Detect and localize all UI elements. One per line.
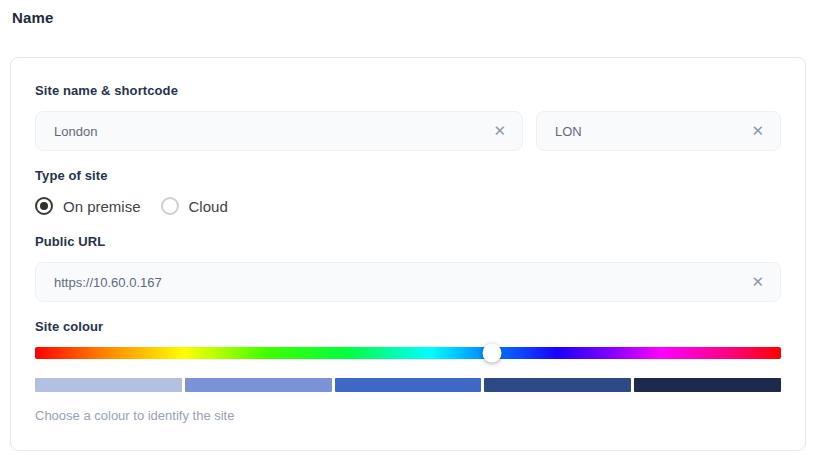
page-title: Name (12, 9, 54, 26)
clear-shortcode-icon[interactable]: ✕ (745, 124, 780, 139)
type-of-site-options: On premise Cloud (35, 196, 781, 216)
hue-slider-thumb[interactable] (482, 344, 501, 363)
name-shortcode-row: ✕ ✕ (35, 111, 781, 151)
colour-swatch-5[interactable] (634, 378, 781, 392)
clear-site-name-icon[interactable]: ✕ (487, 124, 522, 139)
site-name-field-wrap: ✕ (35, 111, 523, 151)
site-name-shortcode-label: Site name & shortcode (35, 84, 781, 98)
public-url-label: Public URL (35, 235, 781, 249)
colour-helper-text: Choose a colour to identify the site (35, 408, 781, 423)
colour-swatch-4[interactable] (484, 378, 631, 392)
radio-option-on-premise-label: On premise (63, 198, 141, 215)
radio-selected-icon (35, 197, 53, 215)
site-form-card: Site name & shortcode ✕ ✕ Type of site O… (10, 57, 806, 451)
radio-option-on-premise[interactable]: On premise (35, 197, 141, 215)
radio-option-cloud[interactable]: Cloud (161, 197, 228, 215)
radio-option-cloud-label: Cloud (189, 198, 228, 215)
site-colour-label: Site colour (35, 320, 781, 334)
colour-swatch-2[interactable] (185, 378, 332, 392)
radio-unselected-icon (161, 197, 179, 215)
swatch-row (35, 378, 781, 392)
colour-swatch-1[interactable] (35, 378, 182, 392)
hue-gradient-bar[interactable] (35, 347, 781, 359)
site-name-input[interactable] (36, 112, 487, 150)
clear-public-url-icon[interactable]: ✕ (745, 275, 780, 290)
public-url-field-wrap: ✕ (35, 262, 781, 302)
shortcode-field-wrap: ✕ (536, 111, 781, 151)
hue-slider[interactable] (35, 347, 781, 359)
colour-swatch-3[interactable] (335, 378, 482, 392)
public-url-input[interactable] (36, 263, 745, 301)
type-of-site-label: Type of site (35, 169, 781, 183)
shortcode-input[interactable] (537, 112, 745, 150)
